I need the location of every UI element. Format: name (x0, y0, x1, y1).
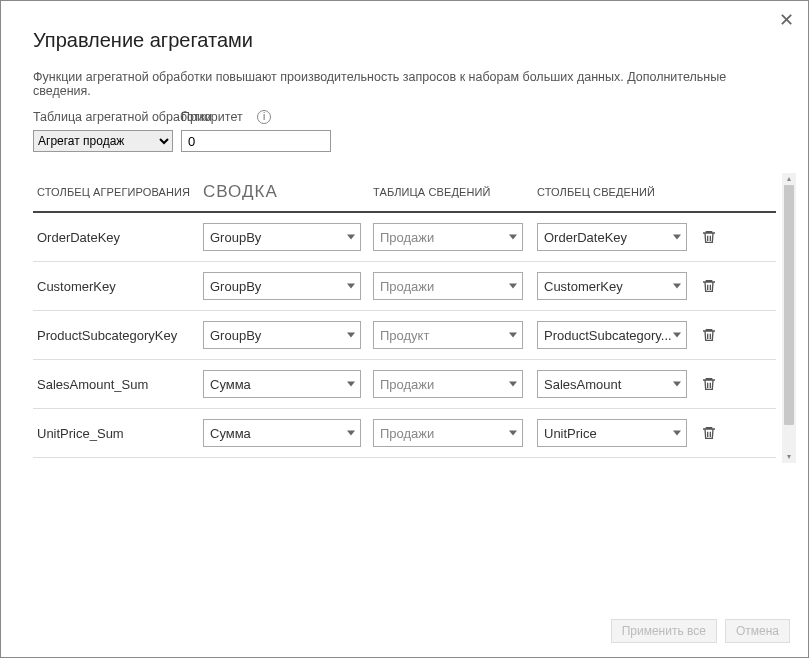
detail-table-select[interactable]: Продажи (373, 272, 523, 300)
delete-icon[interactable] (701, 376, 717, 392)
header-summary: СВОДКА (203, 182, 373, 202)
header-detail-column: СТОЛБЕЦ СВЕДЕНИЙ (537, 186, 695, 198)
controls-row: Таблица агрегатной обработки Приоритет i… (33, 110, 776, 164)
table-row: ProductSubcategoryKeyGroupByПродуктProdu… (33, 311, 776, 360)
table-row: SalesAmount_SumСуммаПродажиSalesAmount (33, 360, 776, 409)
summary-select[interactable]: Сумма (203, 370, 361, 398)
scroll-down-icon[interactable]: ▾ (782, 451, 796, 463)
detail-column-select[interactable]: OrderDateKey (537, 223, 687, 251)
chevron-down-icon (347, 382, 355, 387)
detail-column-select[interactable]: ProductSubcategory... (537, 321, 687, 349)
delete-icon[interactable] (701, 229, 717, 245)
close-icon[interactable]: ✕ (779, 11, 794, 29)
header-detail-table: ТАБЛИЦА СВЕДЕНИЙ (373, 186, 537, 198)
chevron-down-icon (347, 235, 355, 240)
aggregation-column-cell: UnitPrice_Sum (33, 426, 203, 441)
cancel-button[interactable]: Отмена (725, 619, 790, 643)
chevron-down-icon (347, 431, 355, 436)
info-icon[interactable]: i (257, 110, 271, 124)
detail-column-select[interactable]: CustomerKey (537, 272, 687, 300)
chevron-down-icon (509, 431, 517, 436)
aggregation-column-cell: CustomerKey (33, 279, 203, 294)
grid-body: OrderDateKeyGroupByПродажиOrderDateKeyCu… (33, 213, 776, 458)
dialog-title: Управление агрегатами (33, 29, 776, 52)
chevron-down-icon (509, 382, 517, 387)
chevron-down-icon (509, 333, 517, 338)
apply-all-button[interactable]: Применить все (611, 619, 717, 643)
dialog-content: Управление агрегатами Функции агрегатной… (1, 1, 808, 458)
summary-select[interactable]: GroupBy (203, 223, 361, 251)
delete-icon[interactable] (701, 425, 717, 441)
chevron-down-icon (673, 284, 681, 289)
chevron-down-icon (347, 284, 355, 289)
scrollbar[interactable]: ▴ ▾ (782, 173, 796, 463)
scrollbar-thumb[interactable] (784, 185, 794, 425)
delete-icon[interactable] (701, 278, 717, 294)
chevron-down-icon (673, 382, 681, 387)
chevron-down-icon (673, 235, 681, 240)
summary-select[interactable]: GroupBy (203, 321, 361, 349)
priority-input[interactable] (181, 130, 331, 152)
aggregation-column-cell: SalesAmount_Sum (33, 377, 203, 392)
scroll-up-icon[interactable]: ▴ (782, 173, 796, 185)
aggregation-grid: СТОЛБЕЦ АГРЕГИРОВАНИЯ СВОДКА ТАБЛИЦА СВЕ… (33, 172, 776, 458)
aggregation-table-select[interactable]: Агрегат продаж (33, 130, 173, 152)
priority-label: Приоритет (181, 110, 243, 124)
detail-column-select[interactable]: UnitPrice (537, 419, 687, 447)
detail-table-select[interactable]: Продукт (373, 321, 523, 349)
table-row: UnitPrice_SumСуммаПродажиUnitPrice (33, 409, 776, 458)
table-row: CustomerKeyGroupByПродажиCustomerKey (33, 262, 776, 311)
aggregation-column-cell: ProductSubcategoryKey (33, 328, 203, 343)
table-row: OrderDateKeyGroupByПродажиOrderDateKey (33, 213, 776, 262)
chevron-down-icon (509, 284, 517, 289)
delete-icon[interactable] (701, 327, 717, 343)
chevron-down-icon (673, 333, 681, 338)
manage-aggregations-dialog: ✕ Управление агрегатами Функции агрегатн… (0, 0, 809, 658)
detail-table-select[interactable]: Продажи (373, 370, 523, 398)
aggregation-column-cell: OrderDateKey (33, 230, 203, 245)
detail-table-select[interactable]: Продажи (373, 419, 523, 447)
header-aggregation-column: СТОЛБЕЦ АГРЕГИРОВАНИЯ (33, 186, 203, 198)
dialog-description: Функции агрегатной обработки повышают пр… (33, 70, 776, 98)
summary-select[interactable]: GroupBy (203, 272, 361, 300)
detail-column-select[interactable]: SalesAmount (537, 370, 687, 398)
grid-header: СТОЛБЕЦ АГРЕГИРОВАНИЯ СВОДКА ТАБЛИЦА СВЕ… (33, 173, 776, 213)
chevron-down-icon (347, 333, 355, 338)
detail-table-select[interactable]: Продажи (373, 223, 523, 251)
dialog-footer: Применить все Отмена (611, 619, 790, 643)
summary-select[interactable]: Сумма (203, 419, 361, 447)
chevron-down-icon (673, 431, 681, 436)
chevron-down-icon (509, 235, 517, 240)
